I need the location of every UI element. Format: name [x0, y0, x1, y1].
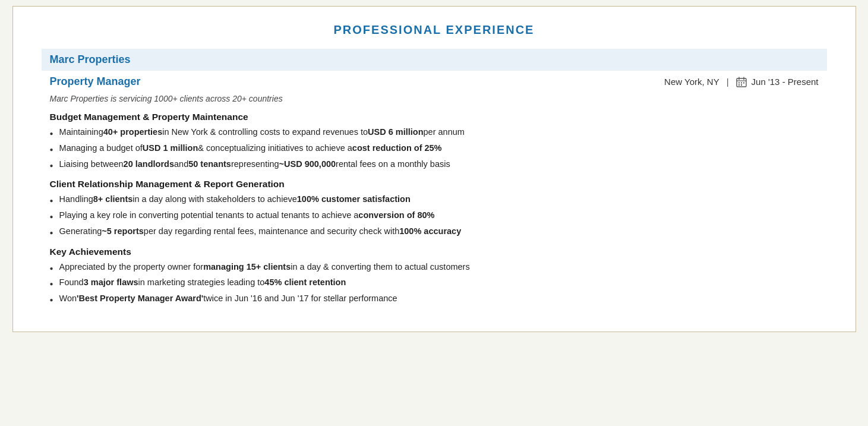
regular-text: rental fees on a monthly basis: [336, 158, 450, 171]
bold-text: 8+ clients: [93, 193, 133, 206]
bold-text: USD 1 million: [143, 142, 198, 155]
svg-rect-4: [738, 83, 740, 84]
subsection-title-2: Key Achievements: [50, 247, 819, 257]
company-description: Marc Properties is servicing 1000+ clien…: [50, 94, 819, 103]
bullet-list-1: Handling 8+ clients in a day along with …: [50, 193, 819, 238]
list-item: Playing a key role in converting potenti…: [50, 209, 819, 222]
subsection-0: Budget Management & Property Maintenance…: [50, 112, 819, 171]
regular-text: Liaising between: [59, 158, 124, 171]
list-item: Won 'Best Property Manager Award' twice …: [50, 292, 819, 305]
regular-text: in New York & controlling costs to expan…: [162, 126, 368, 139]
list-item: Maintaining 40+ properties in New York &…: [50, 126, 819, 139]
bold-text: 100% accuracy: [399, 225, 461, 238]
regular-text: twice in Jun '16 and Jun '17 for stellar…: [203, 292, 397, 305]
list-item: Appreciated by the property owner for ma…: [50, 261, 819, 274]
bold-text: 45% client retention: [264, 276, 346, 289]
bold-text: USD 6 million: [368, 126, 423, 139]
bullet-list-2: Appreciated by the property owner for ma…: [50, 261, 819, 305]
bold-text: 20 landlords: [124, 158, 174, 171]
regular-text: in marketing strategies leading to: [138, 276, 265, 289]
calendar-icon: [736, 76, 747, 87]
regular-text: Managing a budget of: [59, 142, 143, 155]
bold-text: ~5 reports: [102, 225, 144, 238]
regular-text: Handling: [59, 193, 93, 206]
subsection-title-0: Budget Management & Property Maintenance: [50, 112, 819, 122]
meta-separator: |: [727, 77, 729, 87]
subsection-title-1: Client Relationship Management & Report …: [50, 179, 819, 190]
svg-rect-6: [743, 83, 744, 84]
list-item: Managing a budget of USD 1 million & con…: [50, 142, 819, 155]
bold-text: 50 tenants: [188, 158, 231, 171]
regular-text: Playing a key role in converting potenti…: [59, 209, 359, 222]
section-title: PROFESSIONAL EXPERIENCE: [42, 23, 827, 37]
svg-rect-5: [741, 83, 742, 84]
company-name: Marc Properties: [50, 53, 131, 65]
regular-text: Maintaining: [59, 126, 103, 139]
subsection-2: Key AchievementsAppreciated by the prope…: [50, 247, 819, 305]
list-item: Liaising between 20 landlords and 50 ten…: [50, 158, 819, 171]
job-meta: New York, NY | Jun '13 - Present: [664, 76, 818, 87]
list-item: Generating ~5 reports per day regarding …: [50, 225, 819, 238]
bold-text: managing 15+ clients: [203, 261, 291, 274]
regular-text: per annum: [424, 126, 465, 139]
company-header: Marc Properties: [42, 49, 827, 71]
svg-rect-8: [741, 84, 742, 86]
regular-text: representing: [231, 158, 279, 171]
bold-text: 40+ properties: [103, 126, 163, 139]
bold-text: 100% customer satisfaction: [297, 193, 411, 206]
bold-text: 3 major flaws: [84, 276, 138, 289]
job-title: Property Manager: [50, 75, 141, 88]
job-date-range: Jun '13 - Present: [752, 77, 819, 87]
job-header: Property Manager New York, NY | Jun '13 …: [42, 73, 827, 90]
regular-text: in a day & converting them to actual cus…: [291, 261, 469, 274]
bold-text: conversion of 80%: [358, 209, 434, 222]
regular-text: Generating: [59, 225, 102, 238]
regular-text: & conceptualizing initiatives to achieve…: [198, 142, 352, 155]
list-item: Found 3 major flaws in marketing strateg…: [50, 276, 819, 289]
resume-container: PROFESSIONAL EXPERIENCE Marc Properties …: [12, 6, 856, 332]
regular-text: Found: [59, 276, 84, 289]
job-location: New York, NY: [664, 77, 719, 87]
regular-text: and: [174, 158, 188, 171]
regular-text: Appreciated by the property owner for: [59, 261, 204, 274]
regular-text: Won: [59, 292, 77, 305]
subsections-container: Budget Management & Property Maintenance…: [42, 112, 827, 305]
subsection-1: Client Relationship Management & Report …: [50, 179, 819, 238]
bold-text: ~USD 900,000: [279, 158, 336, 171]
bold-text: 'Best Property Manager Award': [77, 292, 203, 305]
regular-text: per day regarding rental fees, maintenan…: [144, 225, 399, 238]
list-item: Handling 8+ clients in a day along with …: [50, 193, 819, 206]
regular-text: in a day along with stakeholders to achi…: [132, 193, 296, 206]
svg-rect-7: [738, 84, 740, 86]
bullet-list-0: Maintaining 40+ properties in New York &…: [50, 126, 819, 171]
bold-text: cost reduction of 25%: [352, 142, 442, 155]
